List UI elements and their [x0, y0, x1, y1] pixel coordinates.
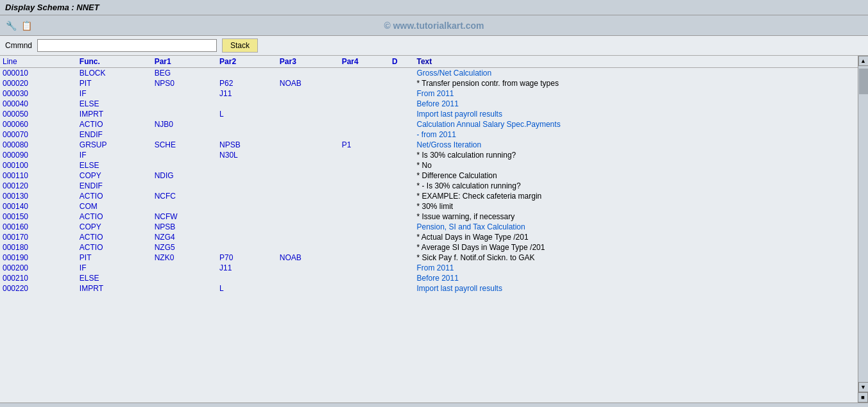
main-content: Line Func. Par1 Par2 Par3 Par4 D Text 00… [0, 56, 868, 403]
table-row[interactable]: 000170ACTIONZG4* Actual Days in Wage Typ… [0, 232, 858, 242]
table-row[interactable]: 000160COPYNPSBPension, SI and Tax Calcul… [0, 222, 858, 232]
header-d: D [389, 56, 414, 68]
table-row[interactable]: 000090IFN30L* Is 30% calculation running… [0, 150, 858, 160]
header-text: Text [414, 56, 858, 68]
table-row[interactable]: 000220IMPRTLImport last payroll results [0, 283, 858, 294]
command-bar: Cmmnd Stack [0, 36, 868, 56]
table-row[interactable]: 000150ACTIONCFW* Issue warning, if neces… [0, 212, 858, 222]
scroll-corner: ◼ [858, 392, 868, 403]
schema-table: Line Func. Par1 Par2 Par3 Par4 D Text 00… [0, 56, 858, 294]
title-text: Display Schema : NNET [5, 3, 99, 12]
header-par1: Par1 [152, 56, 217, 68]
table-row[interactable]: 000080GRSUPSCHENPSBP1Net/Gross Iteration [0, 140, 858, 150]
stack-button[interactable]: Stack [222, 38, 258, 53]
header-par3: Par3 [277, 56, 339, 68]
header-par2: Par2 [217, 56, 277, 68]
header-par4: Par4 [339, 56, 389, 68]
table-row[interactable]: 000120ENDIF* - Is 30% calculation runnin… [0, 181, 858, 191]
table-row[interactable]: 000100ELSE* No [0, 160, 858, 170]
table-row[interactable]: 000140COM* 30% limit [0, 201, 858, 212]
title-bar: Display Schema : NNET [0, 0, 868, 15]
table-row[interactable]: 000180ACTIONZG5* Average SI Days in Wage… [0, 242, 858, 253]
table-row[interactable]: 000110COPYNDIG* Difference Calculation [0, 170, 858, 181]
command-input[interactable] [37, 39, 217, 52]
header-func: Func. [77, 56, 152, 68]
settings-icon[interactable]: 🔧 [5, 20, 17, 31]
table-header-row: Line Func. Par1 Par2 Par3 Par4 D Text [0, 56, 858, 68]
table-row[interactable]: 000190PITNZK0P70NOAB* Sick Pay f. Notif.… [0, 253, 858, 263]
scrollbar[interactable]: ▲ ▼ ◼ [858, 56, 868, 403]
table-row[interactable]: 000020PITNPS0P62NOAB* Transfer pension c… [0, 78, 858, 88]
bottom-bar [0, 403, 868, 407]
table-row[interactable]: 000210ELSEBefore 2011 [0, 273, 858, 283]
table-row[interactable]: 000040ELSEBefore 2011 [0, 99, 858, 109]
scroll-up-arrow[interactable]: ▲ [858, 56, 869, 66]
table-row[interactable]: 000030IFJ11From 2011 [0, 88, 858, 99]
header-line: Line [0, 56, 77, 68]
table-row[interactable]: 000070ENDIF- from 2011 [0, 129, 858, 140]
watermark: © www.tutorialkart.com [384, 21, 484, 31]
scroll-down-arrow[interactable]: ▼ [858, 382, 869, 392]
table-row[interactable]: 000130ACTIONCFC* EXAMPLE: Check cafeteri… [0, 191, 858, 201]
table-row[interactable]: 000200IFJ11From 2011 [0, 263, 858, 273]
table-row[interactable]: 000050IMPRTLImport last payroll results [0, 109, 858, 119]
table-row[interactable]: 000060ACTIONJB0Calculation Annual Salary… [0, 119, 858, 129]
table-row[interactable]: 000010BLOCKBEGGross/Net Calculation [0, 68, 858, 79]
save-icon[interactable]: 📋 [21, 20, 32, 31]
scroll-thumb[interactable] [859, 69, 868, 94]
toolbar: 🔧 📋 © www.tutorialkart.com [0, 15, 868, 36]
command-label: Cmmnd [5, 41, 32, 50]
